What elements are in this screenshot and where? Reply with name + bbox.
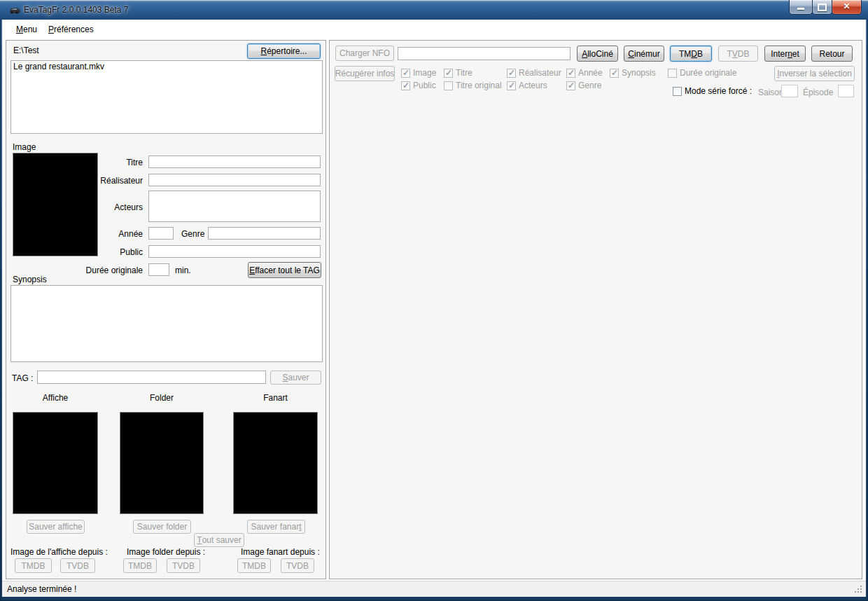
checkbox-annee: Année (566, 68, 603, 78)
status-bar: Analyse terminée ! (2, 581, 866, 597)
inverser-selection-button: Inverser la sélection (774, 66, 855, 81)
checkbox-image-box (401, 69, 410, 78)
close-icon (832, 0, 861, 13)
menu-bar: Menu Préférences (2, 20, 866, 39)
tag-label: TAG : (12, 373, 33, 383)
resize-grip-icon[interactable] (855, 586, 856, 587)
tmdb-button[interactable]: TMDB (670, 46, 712, 62)
genre-field[interactable] (208, 227, 321, 240)
tvdb-button: TVDB (718, 46, 758, 62)
folder-preview (120, 412, 204, 514)
checkbox-titre-box (444, 69, 453, 78)
maximize-button[interactable] (812, 0, 832, 15)
retour-button[interactable]: Retour (811, 46, 853, 62)
search-input[interactable] (398, 47, 570, 60)
file-listbox[interactable]: Le grand restaurant.mkv (10, 60, 323, 134)
realisateur-label: Réalisateur (48, 176, 143, 186)
fanart-tmdb-button: TMDB (237, 558, 271, 573)
genre-label: Genre (181, 229, 204, 239)
tout-sauver-button: Tout sauver (194, 533, 244, 547)
titre-label: Titre (48, 158, 143, 167)
checkbox-realisateur-box (507, 69, 516, 78)
checkbox-duree-originale: Durée originale (668, 68, 736, 78)
synopsis-field[interactable] (10, 285, 323, 362)
episode-label: Épisode (803, 88, 833, 97)
affiche-tvdb-button: TVDB (60, 558, 95, 573)
folder-label: Folder (120, 393, 204, 403)
internet-button[interactable]: Internet (764, 46, 806, 62)
tag-field[interactable] (37, 371, 266, 384)
checkbox-annee-box (566, 69, 575, 78)
affiche-preview (13, 412, 98, 514)
app-icon (8, 5, 21, 15)
sauver-affiche-button: Sauver affiche (27, 520, 85, 534)
allocine-button[interactable]: AlloCiné (577, 46, 618, 62)
checkbox-synopsis-box (610, 69, 619, 78)
checkbox-acteurs-box (507, 81, 516, 90)
public-label: Public (48, 247, 143, 257)
sauver-folder-button: Sauver folder (133, 520, 191, 534)
title-bar[interactable]: EvaTagFr 2.0.0.1403 Beta 7 (0, 0, 868, 20)
annee-label: Année (48, 229, 143, 239)
cinemur-button[interactable]: Cinémur (624, 46, 664, 62)
checkbox-mode-serie-force-box[interactable] (673, 87, 682, 96)
acteurs-label: Acteurs (48, 202, 143, 212)
episode-field (838, 85, 854, 97)
close-button[interactable] (832, 0, 862, 15)
checkbox-duree-originale-box (668, 69, 677, 78)
checkbox-mode-serie-force[interactable]: Mode série forcé : (673, 86, 752, 96)
depuis-affiche-label: Image de l'affiche depuis : (10, 547, 108, 557)
synopsis-label: Synopsis (13, 275, 47, 284)
sauver-tag-button: Sauver (270, 371, 321, 385)
checkbox-synopsis: Synopsis (610, 68, 656, 78)
image-label: Image (13, 142, 36, 152)
checkbox-titre-original-box (444, 81, 453, 90)
window-title: EvaTagFr 2.0.0.1403 Beta 7 (24, 5, 128, 15)
file-list-item[interactable]: Le grand restaurant.mkv (11, 61, 322, 72)
folder-tmdb-button: TMDB (123, 558, 157, 573)
fanart-tvdb-button: TVDB (281, 558, 314, 573)
client-area: Menu Préférences E:\Test Répertoire... L… (2, 20, 866, 597)
repertoire-button[interactable]: Répertoire... (247, 43, 321, 59)
checkbox-acteurs: Acteurs (507, 81, 547, 90)
menu-item-menu[interactable]: Menu (12, 23, 41, 36)
checkbox-titre-original: Titre original (444, 81, 502, 90)
sauver-fanart-button: Sauver fanart (247, 520, 305, 534)
checkbox-genre: Genre (566, 81, 601, 90)
checkbox-public-box (401, 81, 410, 90)
fanart-preview (233, 412, 318, 514)
saison-field (781, 85, 798, 97)
left-panel: E:\Test Répertoire... Le grand restauran… (6, 40, 326, 579)
app-window: EvaTagFr 2.0.0.1403 Beta 7 Menu Préféren… (0, 0, 868, 601)
titre-field[interactable] (148, 156, 321, 168)
affiche-tmdb-button: TMDB (15, 558, 52, 573)
checkbox-realisateur: Réalisateur (507, 68, 561, 78)
depuis-folder-label: Image folder depuis : (127, 547, 205, 557)
menu-item-preferences[interactable]: Préférences (44, 23, 98, 36)
minimize-icon (797, 8, 804, 10)
checkbox-public: Public (401, 81, 436, 90)
recuperer-infos-button: Récupérer infos (335, 66, 395, 81)
duree-field[interactable] (148, 263, 169, 276)
saison-label: Saison (758, 88, 784, 97)
maximize-icon (818, 4, 827, 11)
public-field[interactable] (148, 245, 321, 258)
acteurs-field[interactable] (148, 191, 321, 222)
depuis-fanart-label: Image fanart depuis : (241, 547, 320, 557)
annee-field[interactable] (148, 227, 174, 240)
right-panel: Charger NFO AlloCiné Cinémur TMDB TVDB I… (329, 40, 862, 579)
fanart-label: Fanart (233, 393, 318, 403)
directory-path-label: E:\Test (13, 46, 39, 55)
effacer-tag-button[interactable]: Effacer tout le TAG (248, 262, 321, 278)
affiche-label: Affiche (13, 393, 98, 403)
charger-nfo-button: Charger NFO (335, 46, 394, 61)
min-label: min. (175, 265, 191, 275)
status-text: Analyse terminée ! (7, 584, 76, 594)
checkbox-genre-box (566, 81, 575, 90)
checkbox-titre: Titre (444, 68, 472, 78)
minimize-button[interactable] (789, 0, 813, 15)
duree-originale-label: Durée originale (48, 265, 143, 275)
realisateur-field[interactable] (148, 174, 321, 186)
folder-tvdb-button: TVDB (167, 558, 200, 573)
checkbox-image: Image (401, 68, 436, 78)
